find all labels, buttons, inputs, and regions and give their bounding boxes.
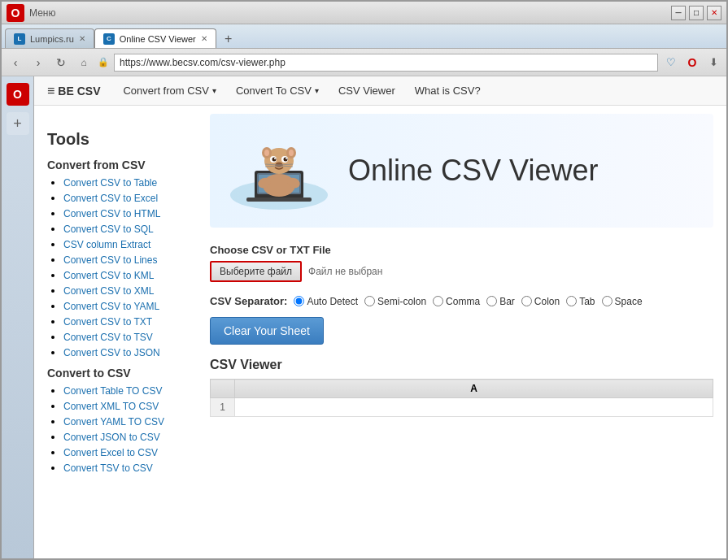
content-area: O + ≡ BE CSV Convert from CSV ▾ Convert … xyxy=(2,76,726,558)
upload-section: Choose CSV or TXT File Выберите файл Фай… xyxy=(210,244,713,282)
clear-sheet-button[interactable]: Clear Your Sheet xyxy=(210,317,324,345)
minimize-button[interactable]: ─ xyxy=(671,6,686,20)
forward-button[interactable]: › xyxy=(29,54,47,72)
link-csv-to-tsv[interactable]: Convert CSV to TSV xyxy=(63,332,153,343)
nav-csv-viewer[interactable]: CSV Viewer xyxy=(329,81,405,100)
link-csv-to-sql[interactable]: Convert CSV to SQL xyxy=(63,224,154,235)
link-csv-to-xml[interactable]: Convert CSV to XML xyxy=(63,285,154,297)
radio-space[interactable]: Space xyxy=(602,296,643,307)
list-item: Convert CSV to HTML xyxy=(63,207,197,219)
bookmark-icon[interactable]: ♡ xyxy=(663,54,679,71)
list-item: Convert CSV to Excel xyxy=(63,192,197,204)
separator-row: CSV Separator: Auto Detect Semi-colon Co… xyxy=(210,295,713,307)
new-tab-button[interactable]: + xyxy=(220,30,238,48)
link-csv-to-yaml[interactable]: Convert CSV to YAML xyxy=(63,301,159,312)
nav-what-is-csv[interactable]: What is CSV? xyxy=(405,81,490,100)
link-yaml-to-csv[interactable]: Convert YAML TO CSV xyxy=(63,416,164,428)
sidebar-add-button[interactable]: + xyxy=(7,112,29,135)
link-csv-to-lines[interactable]: Convert CSV to Lines xyxy=(63,254,157,266)
list-item: Convert CSV to Lines xyxy=(63,254,197,266)
page-header: Online CSV Viewer xyxy=(210,114,713,228)
svg-point-11 xyxy=(289,150,294,156)
link-csv-column-extract[interactable]: CSV column Extract xyxy=(63,239,150,250)
page-body: Tools Convert from CSV Convert CSV to Ta… xyxy=(34,106,726,485)
table-header-rownum xyxy=(211,380,235,398)
address-icon-group: ♡ O ⬇ xyxy=(663,54,721,71)
browser-window: O Меню ─ □ ✕ L Lumpics.ru ✕ C Online CSV… xyxy=(0,0,728,560)
back-button[interactable]: ‹ xyxy=(7,54,24,72)
opera-logo: O xyxy=(7,4,24,22)
svg-point-15 xyxy=(284,158,288,162)
close-button[interactable]: ✕ xyxy=(707,6,721,20)
opera-sidebar: O + xyxy=(2,76,34,558)
nav-convert-to-csv[interactable]: Convert To CSV ▾ xyxy=(226,81,329,100)
list-item: Convert XML TO CSV xyxy=(63,400,197,412)
download-icon[interactable]: ⬇ xyxy=(705,54,721,71)
list-item: Convert CSV to SQL xyxy=(63,223,197,235)
list-item: Convert CSV to XML xyxy=(63,284,197,297)
list-item: Convert CSV to JSON xyxy=(63,346,197,358)
csv-viewer-title: CSV Viewer xyxy=(210,358,713,372)
radio-bar[interactable]: Bar xyxy=(486,296,515,307)
choose-file-button[interactable]: Выберите файл xyxy=(210,261,302,282)
link-tsv-to-csv[interactable]: Convert TSV to CSV xyxy=(63,462,153,474)
link-csv-to-html[interactable]: Convert CSV to HTML xyxy=(63,208,160,219)
nav-convert-from-csv[interactable]: Convert from CSV ▾ xyxy=(113,81,225,100)
sidebar-tools-title: Tools xyxy=(47,130,197,149)
sidebar-section-convert-to-title: Convert to CSV xyxy=(47,367,197,380)
radio-comma[interactable]: Comma xyxy=(433,296,480,307)
list-item: Convert Excel to CSV xyxy=(63,446,197,458)
radio-tab[interactable]: Tab xyxy=(566,296,595,307)
svg-point-10 xyxy=(264,150,269,156)
address-bar: ‹ › ↻ ⌂ 🔒 ♡ O ⬇ xyxy=(2,49,726,76)
list-item: Convert CSV to KML xyxy=(63,269,197,281)
reload-button[interactable]: ↻ xyxy=(52,54,70,72)
home-button[interactable]: ⌂ xyxy=(75,54,93,72)
tab-csvviewer[interactable]: C Online CSV Viewer ✕ xyxy=(94,28,216,48)
radio-colon[interactable]: Colon xyxy=(521,296,560,307)
page-scroll-area[interactable]: ≡ BE CSV Convert from CSV ▾ Convert To C… xyxy=(34,76,726,558)
list-item: Convert TSV to CSV xyxy=(63,462,197,474)
link-csv-to-excel[interactable]: Convert CSV to Excel xyxy=(63,193,158,204)
link-table-to-csv[interactable]: Convert Table TO CSV xyxy=(63,385,162,397)
list-item: Convert CSV to Table xyxy=(63,176,197,189)
list-item: CSV column Extract xyxy=(63,238,197,250)
table-row: 1 xyxy=(211,398,713,417)
link-csv-to-kml[interactable]: Convert CSV to KML xyxy=(63,270,154,281)
nav-arrow-convert-from: ▾ xyxy=(212,86,216,95)
link-xml-to-csv[interactable]: Convert XML TO CSV xyxy=(63,401,159,412)
tab-lumpics[interactable]: L Lumpics.ru ✕ xyxy=(5,28,94,48)
table-cell xyxy=(235,398,713,417)
upload-label: Choose CSV or TXT File xyxy=(210,244,713,256)
tab-label-csvviewer: Online CSV Viewer xyxy=(120,34,196,44)
radio-semi-colon[interactable]: Semi-colon xyxy=(364,296,426,307)
svg-point-17 xyxy=(286,158,287,159)
tab-close-lumpics[interactable]: ✕ xyxy=(79,34,85,43)
svg-point-19 xyxy=(276,163,282,167)
link-json-to-csv[interactable]: Convert JSON to CSV xyxy=(63,432,160,443)
separator-label: CSV Separator: xyxy=(210,295,287,307)
link-excel-to-csv[interactable]: Convert Excel to CSV xyxy=(63,447,158,458)
no-file-text: Файл не выбран xyxy=(308,266,382,277)
ssl-lock-icon: 🔒 xyxy=(98,57,109,67)
tab-close-csvviewer[interactable]: ✕ xyxy=(201,34,207,43)
link-csv-to-table[interactable]: Convert CSV to Table xyxy=(63,177,157,189)
sidebar-section-convert-from-title: Convert from CSV xyxy=(47,158,197,171)
tab-label-lumpics: Lumpics.ru xyxy=(30,34,74,44)
radio-auto-detect[interactable]: Auto Detect xyxy=(294,296,358,307)
title-bar: O Меню ─ □ ✕ xyxy=(2,2,726,24)
nav-arrow-convert-to: ▾ xyxy=(315,86,319,95)
tab-favicon-csvviewer: C xyxy=(103,33,115,45)
address-input[interactable] xyxy=(114,54,658,72)
link-csv-to-json[interactable]: Convert CSV to JSON xyxy=(63,347,160,358)
convert-from-csv-list: Convert CSV to Table Convert CSV to Exce… xyxy=(47,176,197,358)
page-title: Online CSV Viewer xyxy=(348,154,598,188)
svg-rect-4 xyxy=(246,198,312,202)
link-csv-to-txt[interactable]: Convert CSV to TXT xyxy=(63,316,152,328)
site-navigation: ≡ BE CSV Convert from CSV ▾ Convert To C… xyxy=(34,76,726,106)
list-item: Convert CSV to TXT xyxy=(63,315,197,328)
opera-menu-button[interactable]: O xyxy=(7,83,29,106)
maximize-button[interactable]: □ xyxy=(689,6,704,20)
convert-to-csv-list: Convert Table TO CSV Convert XML TO CSV … xyxy=(47,384,197,474)
opera-icon[interactable]: O xyxy=(684,54,700,71)
